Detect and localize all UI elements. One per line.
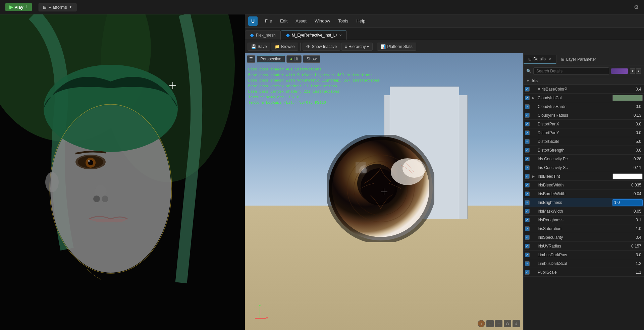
prop-name-limbusdarkpow: LimbusDarkPow bbox=[536, 253, 612, 257]
prop-value-cloudyirisradius[interactable]: 0.13 bbox=[612, 113, 643, 118]
prop-name-irisuvradius: IrisUVRadius bbox=[536, 244, 612, 249]
layer-param-tab[interactable]: ⊟ Layer Parameter bbox=[556, 55, 601, 64]
prop-checkbox-limbusdarkscal[interactable] bbox=[525, 261, 530, 266]
next-arrow-button[interactable]: ▲ bbox=[636, 68, 641, 74]
color-swatch-preview[interactable] bbox=[611, 68, 628, 74]
perspective-button[interactable]: Perspective bbox=[257, 55, 285, 63]
tab-material[interactable]: 🔷 M_EyeRefractive_Inst_L• ✕ bbox=[281, 31, 347, 40]
prop-value-pupilscale[interactable]: 1.1 bbox=[612, 270, 643, 275]
prop-checkbox-irisbleedwidth[interactable] bbox=[525, 183, 530, 187]
hierarchy-button[interactable]: ≡ Hierarchy ▾ bbox=[341, 43, 373, 51]
grid-toggle-icon[interactable]: # bbox=[513, 320, 520, 327]
prop-checkbox-distortscale[interactable] bbox=[525, 139, 530, 144]
prop-value-irisbleedwidth[interactable]: 0.035 bbox=[612, 183, 643, 187]
material-tab-close-icon[interactable]: ✕ bbox=[339, 34, 342, 37]
sphere-preview-icon[interactable]: ○ bbox=[478, 320, 485, 327]
prop-color-cloudyiriscol[interactable] bbox=[612, 95, 643, 101]
details-tab[interactable]: ⊞ Details ✕ bbox=[524, 55, 556, 64]
lit-button[interactable]: ● Lit bbox=[286, 55, 302, 63]
play-button[interactable]: ▶ Play ⋮ bbox=[5, 3, 32, 11]
prop-checkbox-cloudyirisradius[interactable] bbox=[525, 113, 530, 118]
save-button[interactable]: 💾 Save bbox=[248, 43, 270, 51]
viewport-menu-button[interactable]: ☰ bbox=[247, 55, 255, 63]
show-inactive-button[interactable]: 👁 Show Inactive bbox=[303, 43, 340, 51]
browse-button[interactable]: 📁 Browse bbox=[271, 43, 298, 51]
prop-value-airisbasecolorp[interactable]: 0.4 bbox=[612, 87, 643, 92]
prop-value-irisborderwidth[interactable]: 0.04 bbox=[612, 191, 643, 196]
prop-value-distortpany[interactable]: 0.0 bbox=[612, 130, 643, 135]
prop-value-irisconcavitysc[interactable]: 0.11 bbox=[612, 165, 643, 170]
prop-expand-cloudyiriscol[interactable]: ▶ bbox=[531, 96, 536, 100]
prop-value-irissaturation[interactable]: 1.0 bbox=[612, 226, 643, 231]
menu-edit[interactable]: Edit bbox=[277, 17, 291, 25]
details-search-input[interactable] bbox=[533, 67, 609, 75]
prop-value-limbusdarkscal[interactable]: 1.2 bbox=[612, 261, 643, 266]
prop-value-distortscale[interactable]: 5.0 bbox=[612, 139, 643, 144]
prop-input-irisbrightness[interactable] bbox=[612, 199, 643, 206]
menu-tools[interactable]: Tools bbox=[335, 17, 352, 25]
prop-value-limbusdarkpow[interactable]: 3.0 bbox=[612, 253, 643, 257]
iris-section-header[interactable]: ▼ Iris bbox=[524, 77, 644, 85]
prop-checkbox-distortstrength[interactable] bbox=[525, 148, 530, 153]
face-model-svg bbox=[0, 14, 245, 330]
menu-window[interactable]: Window bbox=[311, 17, 333, 25]
svg-point-16 bbox=[45, 172, 59, 192]
prop-row-distortpanx: DistortPanX 0.0 bbox=[524, 120, 644, 128]
cylinder-preview-icon[interactable]: ⬡ bbox=[504, 320, 511, 327]
prev-arrow-button[interactable]: ▼ bbox=[630, 68, 635, 74]
prop-checkbox-cloudyirishardn[interactable] bbox=[525, 104, 530, 109]
menu-file[interactable]: File bbox=[262, 17, 275, 25]
plane-preview-icon[interactable]: ─ bbox=[495, 320, 502, 327]
prop-value-irismaskwidth[interactable]: 0.05 bbox=[612, 209, 643, 214]
details-panel: ⊞ Details ✕ ⊟ Layer Parameter 🔍 ▼ bbox=[523, 53, 644, 330]
prop-value-distortstrength[interactable]: 0.0 bbox=[612, 148, 643, 153]
3d-viewport[interactable]: ☰ Perspective ● Lit Show Base pass shade… bbox=[245, 53, 523, 330]
prop-value-irisspecularity[interactable]: 0.4 bbox=[612, 235, 643, 240]
prop-value-irisconcavitypc[interactable]: 0.28 bbox=[612, 157, 643, 161]
prop-color-irisbleedtint[interactable] bbox=[612, 173, 643, 179]
prop-checkbox-irissaturation[interactable] bbox=[525, 226, 530, 231]
prop-checkbox-irisroughness[interactable] bbox=[525, 218, 530, 222]
prop-checkbox-airisbasecolorp[interactable] bbox=[525, 87, 530, 92]
platform-stats-icon: 📊 bbox=[381, 44, 386, 49]
prop-value-distortpanx[interactable]: 0.0 bbox=[612, 122, 643, 126]
prop-checkbox-irisuvradius[interactable] bbox=[525, 244, 530, 249]
prop-expand-irisbleedtint[interactable]: ▶ bbox=[531, 174, 536, 179]
menu-asset[interactable]: Asset bbox=[292, 17, 310, 25]
stat-line-6: Texture samplers: 13/16 bbox=[248, 95, 379, 100]
prop-expand-cloudyirishardn bbox=[531, 104, 536, 109]
eye-render bbox=[327, 135, 441, 249]
prop-checkbox-irisbrightness[interactable] bbox=[525, 200, 530, 205]
prop-checkbox-distortpanx[interactable] bbox=[525, 122, 530, 126]
show-label: Show bbox=[307, 57, 317, 61]
platforms-button[interactable]: ⊞ Platforms ▼ bbox=[39, 3, 76, 11]
prop-name-airisbasecolorp: AIrisBaseColorP bbox=[536, 87, 612, 92]
properties-list: ▼ Iris AIrisBaseColorP 0.4 ▶ CloudyIrisC… bbox=[524, 77, 644, 330]
details-tab-close-icon[interactable]: ✕ bbox=[549, 57, 551, 61]
show-button[interactable]: Show bbox=[303, 55, 320, 63]
cube-preview-icon[interactable]: □ bbox=[486, 320, 494, 327]
prop-checkbox-irisspecularity[interactable] bbox=[525, 235, 530, 240]
lit-dot: ● bbox=[290, 57, 292, 61]
prop-checkbox-cloudyiriscol[interactable] bbox=[525, 96, 530, 100]
prop-value-irisuvradius[interactable]: 0.157 bbox=[612, 244, 643, 249]
prop-value-irisroughness[interactable]: 0.1 bbox=[612, 218, 643, 222]
prop-checkbox-irismaskwidth[interactable] bbox=[525, 209, 530, 214]
prop-checkbox-irisconcavitypc[interactable] bbox=[525, 157, 530, 161]
prop-value-cloudyirishardn[interactable]: 0.0 bbox=[612, 104, 643, 109]
show-inactive-label: Show Inactive bbox=[312, 44, 337, 49]
settings-icon[interactable]: ⚙ bbox=[634, 4, 639, 10]
menu-help[interactable]: Help bbox=[353, 17, 369, 25]
prop-checkbox-irisbleedtint[interactable] bbox=[525, 174, 530, 179]
left-viewport[interactable] bbox=[0, 14, 245, 330]
prop-checkbox-irisborderwidth[interactable] bbox=[525, 191, 530, 196]
prop-checkbox-pupilscale[interactable] bbox=[525, 270, 530, 275]
platform-stats-button[interactable]: 📊 Platform Stats bbox=[377, 43, 416, 51]
save-icon: 💾 bbox=[251, 44, 256, 49]
prop-name-cloudyirisradius: CloudyIrisRadius bbox=[536, 113, 612, 118]
prop-expand-irisbleedwidth bbox=[531, 183, 536, 187]
prop-checkbox-limbusdarkpow[interactable] bbox=[525, 253, 530, 257]
prop-checkbox-distortpany[interactable] bbox=[525, 130, 530, 135]
tab-flex-mesh[interactable]: 🔷 Flex_mesh bbox=[245, 31, 281, 40]
prop-checkbox-irisconcavitysc[interactable] bbox=[525, 165, 530, 170]
